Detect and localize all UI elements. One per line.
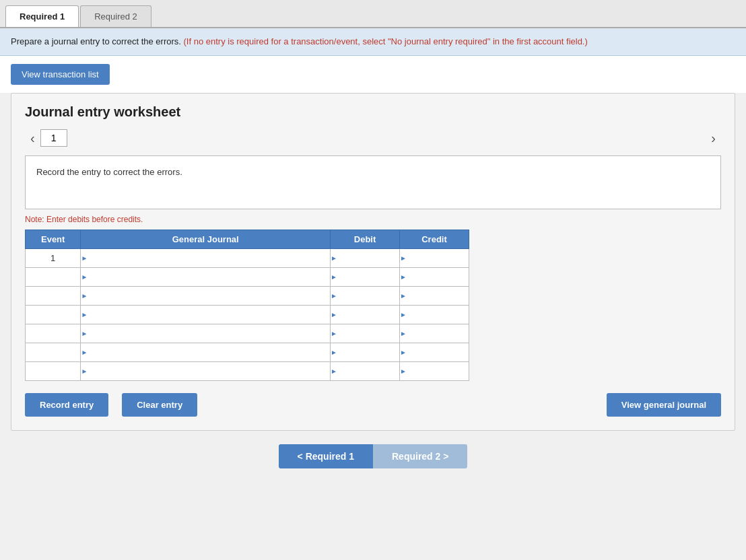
note-text: Note: Enter debits before credits.	[25, 215, 721, 224]
debit-input[interactable]	[339, 310, 399, 320]
next-arrow-button[interactable]: ›	[706, 129, 721, 147]
event-cell	[26, 324, 81, 343]
event-cell	[26, 305, 81, 324]
event-cell: 1	[26, 248, 81, 267]
credit-cell[interactable]: ►	[400, 267, 469, 286]
debit-cell[interactable]: ►	[331, 324, 400, 343]
debit-input[interactable]	[339, 272, 399, 282]
bottom-required2-button[interactable]: Required 2 >	[373, 444, 467, 468]
credit-cell[interactable]: ►	[400, 286, 469, 305]
view-transaction-button[interactable]: View transaction list	[11, 64, 110, 85]
credit-input[interactable]	[408, 310, 469, 320]
credit-input[interactable]	[408, 366, 469, 376]
col-header-event: Event	[26, 230, 81, 248]
gj-cell[interactable]: ►	[81, 248, 331, 267]
gj-cell[interactable]: ►	[81, 305, 331, 324]
arrow-indicator: ►	[331, 368, 339, 375]
tabs-bar: Required 1 Required 2	[0, 0, 746, 28]
arrow-indicator: ►	[81, 330, 89, 337]
tab-required-2[interactable]: Required 2	[80, 5, 151, 27]
debit-input[interactable]	[339, 291, 399, 301]
debit-cell[interactable]: ►	[331, 305, 400, 324]
debit-cell[interactable]: ►	[331, 267, 400, 286]
debit-input[interactable]	[339, 347, 399, 357]
arrow-indicator: ►	[400, 273, 408, 281]
credit-cell[interactable]: ►	[400, 361, 469, 380]
event-cell	[26, 343, 81, 361]
arrow-indicator: ►	[400, 330, 408, 337]
table-row: ► ► ►	[26, 324, 469, 343]
credit-cell[interactable]: ►	[400, 343, 469, 361]
gj-input[interactable]	[89, 310, 330, 320]
debit-input[interactable]	[339, 253, 399, 263]
table-row: 1 ► ► ►	[26, 248, 469, 267]
arrow-indicator: ►	[331, 330, 339, 337]
gj-cell[interactable]: ►	[81, 343, 331, 361]
gj-input[interactable]	[89, 253, 330, 263]
arrow-indicator: ►	[331, 254, 339, 262]
arrow-indicator: ►	[331, 349, 339, 356]
view-general-journal-button[interactable]: View general journal	[607, 393, 721, 417]
gj-input[interactable]	[89, 272, 330, 282]
arrow-indicator: ►	[400, 292, 408, 300]
gj-input[interactable]	[89, 328, 330, 339]
credit-input[interactable]	[408, 272, 469, 282]
action-buttons: Record entry Clear entry View general jo…	[25, 393, 721, 417]
credit-input[interactable]	[408, 291, 469, 301]
gj-input[interactable]	[89, 291, 330, 301]
event-cell	[26, 286, 81, 305]
arrow-indicator: ►	[81, 273, 89, 281]
table-row: ► ► ►	[26, 267, 469, 286]
arrow-indicator: ►	[331, 292, 339, 300]
table-row: ► ► ►	[26, 361, 469, 380]
tab-required-1[interactable]: Required 1	[5, 5, 79, 27]
arrow-indicator: ►	[81, 311, 89, 318]
gj-cell[interactable]: ►	[81, 286, 331, 305]
col-header-general-journal: General Journal	[81, 230, 331, 248]
table-row: ► ► ►	[26, 305, 469, 324]
debit-cell[interactable]: ►	[331, 343, 400, 361]
record-entry-button[interactable]: Record entry	[25, 393, 108, 417]
debit-cell[interactable]: ►	[331, 286, 400, 305]
credit-input[interactable]	[408, 347, 469, 357]
debit-cell[interactable]: ►	[331, 248, 400, 267]
arrow-indicator: ►	[331, 311, 339, 318]
event-cell	[26, 267, 81, 286]
worksheet-title: Journal entry worksheet	[25, 104, 721, 120]
arrow-indicator: ►	[81, 254, 89, 262]
journal-table: Event General Journal Debit Credit 1 ► ►	[25, 230, 469, 381]
credit-cell[interactable]: ►	[400, 248, 469, 267]
arrow-indicator: ►	[331, 273, 339, 281]
arrow-indicator: ►	[81, 292, 89, 300]
arrow-indicator: ►	[400, 311, 408, 318]
col-header-credit: Credit	[400, 230, 469, 248]
table-row: ► ► ►	[26, 343, 469, 361]
prev-arrow-button[interactable]: ‹	[25, 129, 40, 147]
credit-cell[interactable]: ►	[400, 324, 469, 343]
table-row: ► ► ►	[26, 286, 469, 305]
event-cell	[26, 361, 81, 380]
instruction-bar: Prepare a journal entry to correct the e…	[0, 28, 746, 56]
arrow-indicator: ►	[400, 349, 408, 356]
view-transaction-bar: View transaction list	[0, 56, 746, 93]
credit-cell[interactable]: ►	[400, 305, 469, 324]
debit-cell[interactable]: ►	[331, 361, 400, 380]
debit-input[interactable]	[339, 366, 399, 376]
bottom-required1-button[interactable]: < Required 1	[279, 444, 373, 468]
bottom-nav: < Required 1 Required 2 >	[0, 444, 746, 468]
worksheet-container: Journal entry worksheet ‹ › Record the e…	[11, 93, 735, 431]
debit-input[interactable]	[339, 328, 399, 339]
gj-cell[interactable]: ►	[81, 267, 331, 286]
entry-description-box: Record the entry to correct the errors.	[25, 155, 721, 209]
gj-cell[interactable]: ►	[81, 361, 331, 380]
col-header-debit: Debit	[331, 230, 400, 248]
credit-input[interactable]	[408, 328, 469, 339]
gj-input[interactable]	[89, 366, 330, 376]
credit-input[interactable]	[408, 253, 469, 263]
page-number-input[interactable]	[40, 129, 67, 147]
gj-cell[interactable]: ►	[81, 324, 331, 343]
gj-input[interactable]	[89, 347, 330, 357]
arrow-indicator: ►	[400, 254, 408, 262]
clear-entry-button[interactable]: Clear entry	[122, 393, 197, 417]
nav-row: ‹ ›	[25, 129, 721, 147]
